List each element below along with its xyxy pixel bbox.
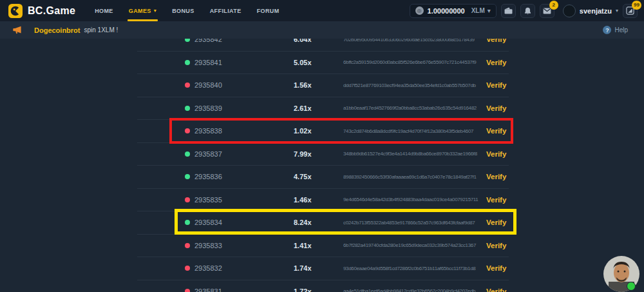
result-dot-icon: [185, 289, 190, 292]
verify-link[interactable]: Verify: [486, 97, 506, 120]
verify-link[interactable]: Verify: [486, 143, 506, 166]
multiplier: 1.72x: [294, 280, 312, 292]
bet-id: 2935833: [194, 242, 222, 249]
result-dot-icon: [185, 243, 190, 248]
result-dot-icon: [185, 266, 190, 271]
user-avatar: [563, 5, 576, 17]
verify-link[interactable]: Verify: [486, 257, 506, 280]
mail-icon: [543, 8, 551, 14]
balance-selector[interactable]: ◎ 1.00000000 XLM ▾: [410, 4, 497, 18]
main-nav: HOME ▾ GAMES ▾ BONUS ▾ AFFILIATE ▾ FORUM…: [87, 0, 287, 21]
wallet-button[interactable]: [501, 4, 516, 18]
top-header: BC.Game HOME ▾ GAMES ▾ BONUS ▾ AFFILIATE…: [0, 0, 644, 21]
mail-badge: 2: [549, 1, 558, 10]
multiplier: 8.24x: [294, 211, 312, 234]
announcement-message: spin 1XLM !: [84, 26, 118, 34]
verify-link[interactable]: Verify: [486, 166, 506, 188]
hash: 9e4d6546d4e58a42d3b4f924883baa4daac019ce…: [343, 189, 484, 211]
megaphone-icon: [13, 26, 23, 34]
nav-item-label: AFFILIATE: [210, 8, 242, 14]
bet-id-cell: 2935833: [185, 235, 222, 257]
table-row: 2935833 1.41x 6b7f282a419740cfda280e19c6…: [137, 235, 509, 258]
hash: c0242b713f55322ab4853e917866c52a57c963df…: [343, 211, 484, 234]
bet-id-cell: 2935838: [185, 120, 222, 142]
nav-item-label: BONUS: [172, 8, 194, 14]
bet-id: 2935831: [194, 287, 222, 292]
user-menu[interactable]: svenjatzu ▾: [563, 5, 618, 17]
nav-item-home[interactable]: HOME ▾: [87, 0, 121, 21]
currency-dropdown[interactable]: XLM ▾: [471, 7, 491, 14]
balance-amount: 1.00000000: [428, 7, 465, 15]
online-status-icon: [627, 282, 636, 291]
bet-id-cell: 2935835: [185, 189, 222, 211]
verify-link[interactable]: Verify: [486, 189, 506, 211]
username: svenjatzu: [580, 7, 612, 15]
multiplier: 1.02x: [294, 120, 312, 142]
verify-link[interactable]: Verify: [486, 74, 506, 97]
chat-button[interactable]: 99: [623, 4, 638, 18]
brand-logo[interactable]: BC.Game: [8, 4, 75, 18]
webcam-avatar[interactable]: [603, 256, 639, 292]
multiplier: 1.46x: [294, 189, 312, 211]
result-dot-icon: [185, 197, 190, 202]
result-dot-icon: [185, 220, 190, 225]
table-row: 2935836 4.75x 8988392450666c53f30afaaaea…: [137, 166, 509, 189]
question-mark-icon: ?: [603, 26, 611, 34]
bet-id-cell: 2935839: [185, 97, 222, 120]
result-dot-icon: [185, 174, 190, 179]
table-row: 2935832 1.74x 93d60eaae04a9d558f1cd7286f…: [137, 257, 509, 280]
verify-link[interactable]: Verify: [486, 211, 506, 234]
announcement-link[interactable]: Dogecoinbrot: [34, 26, 80, 34]
verify-link[interactable]: Verify: [486, 235, 506, 257]
help-label: Help: [614, 26, 628, 34]
announcement-bar: Dogecoinbrot spin 1XLM ! ? Help: [0, 21, 644, 39]
bet-id: 2935836: [194, 173, 222, 180]
hash: 6b7f282a419740cfda280e19c65d9deca032c39b…: [343, 235, 484, 257]
table-row: 2935838 1.02x 743c2d874b6d8a8dcdf9fc19ac…: [137, 120, 509, 143]
bet-id-cell: 2935836: [185, 166, 222, 188]
bet-id: 2935834: [194, 219, 222, 226]
bet-id: 2935840: [194, 81, 222, 89]
multiplier: 7.99x: [294, 143, 312, 166]
multiplier: 1.41x: [294, 235, 312, 257]
result-dot-icon: [185, 106, 190, 111]
hash: 8988392450666c53f30afaaaea69c1d6a7c0407e…: [343, 166, 484, 188]
table-row: 2935840 1.56x ddd7f521e87769103ecf94ea35…: [137, 74, 509, 97]
nav-item-bonus[interactable]: BONUS ▾: [164, 0, 202, 21]
verify-link[interactable]: Verify: [486, 52, 506, 74]
nav-item-affiliate[interactable]: AFFILIATE ▾: [202, 0, 249, 21]
result-dot-icon: [185, 151, 190, 157]
table-row: 2935831 1.72x aa4e51dfba1eef6ad4bb98412c…: [137, 280, 509, 292]
multiplier: 2.61x: [294, 97, 312, 120]
table-row: 2935834 8.24x c0242b713f55322ab4853e9178…: [137, 211, 509, 235]
table-row: 2935837 7.99x 348bb9db61527e4c9f3e4a1414…: [137, 143, 509, 166]
currency-label: XLM: [471, 7, 485, 14]
result-dot-icon: [185, 128, 190, 133]
nav-item-games[interactable]: GAMES ▾: [121, 0, 164, 21]
nav-item-forum[interactable]: FORUM ▾: [249, 0, 287, 21]
bet-id: 2935837: [194, 150, 222, 158]
hash: 743c2d874b6d8a8dcdf9fc19acf4d70f74f12a38…: [343, 120, 484, 142]
nav-item-label: FORUM: [257, 8, 279, 14]
verify-link[interactable]: Verify: [486, 280, 506, 292]
bet-id: 2935841: [194, 59, 222, 66]
bet-id-cell: 2935831: [185, 280, 222, 292]
bet-id-cell: 2935832: [185, 257, 222, 280]
hash: ddd7f521e87769103ecf94ea35da50ee354efd1c…: [343, 74, 484, 97]
wallet-icon: [504, 7, 513, 14]
help-button[interactable]: ? Help: [603, 26, 628, 34]
bet-id-cell: 2935834: [185, 211, 222, 234]
bcgame-logo-icon: [8, 4, 23, 18]
multiplier: 4.75x: [294, 166, 312, 188]
table-row: 2935841 5.05x 6bffc2a59159d2060d0abc85f5…: [137, 52, 509, 75]
verify-link[interactable]: Verify: [486, 120, 506, 142]
notifications-button[interactable]: [520, 4, 535, 18]
bet-id-cell: 2935841: [185, 52, 222, 74]
result-dot-icon: [185, 60, 190, 65]
result-dot-icon: [185, 83, 190, 88]
bet-id-cell: 2935837: [185, 143, 222, 166]
hash: 6bffc2a59159d2060d0abc85f526e6be676e5590…: [343, 52, 484, 74]
chevron-down-icon: ▾: [488, 7, 491, 14]
messages-button[interactable]: 2: [540, 4, 554, 18]
table-row: 2935839 2.61x a1bb0eaaf17ed4527669f2a0bb…: [137, 97, 509, 121]
